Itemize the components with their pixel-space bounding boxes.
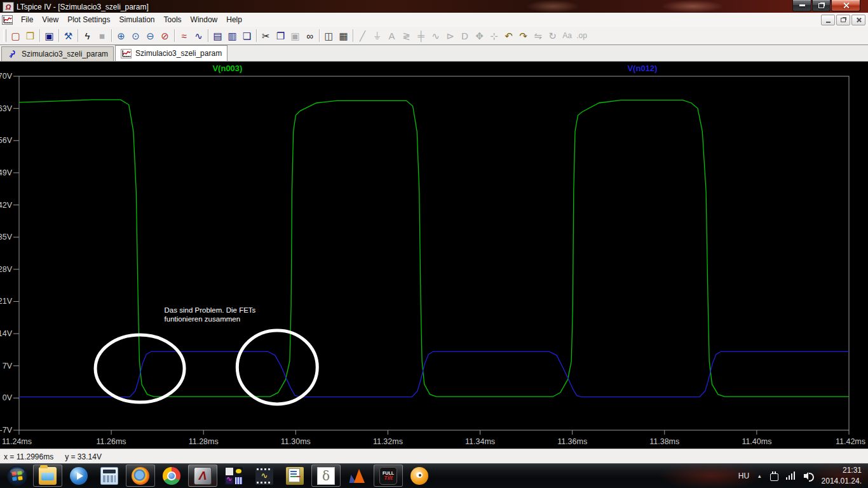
halt-simulation-button[interactable]: ■ [95,29,109,43]
taskbar-item-matlab[interactable] [343,465,371,486]
restore-button[interactable] [812,0,831,11]
waveform-icon [121,49,132,58]
toolbar-grip [3,29,6,42]
mdi-restore-button[interactable] [836,15,850,25]
y-tick-label: 70V [0,72,13,81]
menu-item-simulation[interactable]: Simulation [115,13,159,26]
show-hidden-icons-button[interactable]: ▴ [758,473,761,479]
taskbar-item-windows-explorer[interactable] [33,464,62,487]
mdi-minimize-button[interactable] [821,15,835,25]
clock-date: 2014.01.24. [822,476,862,486]
undo-button[interactable]: ↶ [501,29,516,43]
place-component-button[interactable]: D [458,29,472,43]
plot-settings-button[interactable]: ∿ [191,29,206,43]
network-signal-icon[interactable] [786,471,796,480]
y-tick-label: -7V [0,426,13,435]
place-inductor-button[interactable]: ∿ [428,29,443,43]
tile-vertically-button[interactable]: ▥ [225,29,240,43]
start-button[interactable] [5,464,29,488]
menu-item-window[interactable]: Window [186,13,222,26]
plot-border [19,76,849,430]
menu-item-view[interactable]: View [37,13,63,26]
place-capacitor-button[interactable]: ╪ [414,29,428,43]
menu-item-tools[interactable]: Tools [159,13,186,26]
tile-horizontally-button[interactable]: ▤ [210,29,225,43]
taskbar-item-ltspice[interactable]: Λ [188,464,217,487]
power-plug-icon[interactable] [770,473,778,481]
open-file-button[interactable]: ❒ [23,29,37,43]
tab-label: Szimulacio3_szeli_param [135,49,222,58]
menu-item-file[interactable]: File [17,13,37,26]
taskbar-item-firefox[interactable] [126,464,155,487]
control-panel-button[interactable]: ⚒ [61,29,76,43]
mirror-button[interactable]: ⇋ [531,29,545,43]
taskbar-item-circuit-simulator[interactable]: ∿ [250,465,278,486]
trace-label-vn003[interactable]: V(n003) [212,64,242,73]
tab-waveform[interactable]: Szimulacio3_szeli_param [115,45,227,61]
taskbar-item-full-tilt-poker[interactable]: FULLTilt [374,464,403,487]
taskbar-item-schematic-capture[interactable] [281,465,309,486]
taskbar-item-chrome[interactable] [158,465,186,486]
save-file-button[interactable]: ▣ [42,29,57,43]
language-indicator[interactable]: HU [738,471,749,480]
eda-suite-icon [225,467,243,485]
redo-button[interactable]: ↷ [516,29,531,43]
close-button[interactable] [831,0,860,11]
clock[interactable]: 21:31 2014.01.24. [822,465,862,485]
place-diode-button[interactable]: ⊳ [443,29,458,43]
minimize-button[interactable] [792,0,811,11]
tab-schematic[interactable]: Szimulacio3_szeli_param [1,46,114,61]
firefox-icon [132,467,149,485]
matlab-icon [348,467,366,485]
x-tick-label: 11.38ms [649,437,679,446]
tab-bar: Szimulacio3_szeli_param Szimulacio3_szel… [0,45,868,62]
place-resistor-button[interactable]: ≷ [399,29,414,43]
window-title: LTspice IV - [Szimulacio3_szeli_param] [17,3,149,11]
cut-button[interactable]: ✂ [259,29,273,43]
toolbar-buttons: ▢❒▣⚒ϟ■⊕⊙⊖⊘≈∿▤▥❏✂❐▣∞◫▦╱⏚A≷╪∿⊳D✥⊹↶↷⇋↻Aa.op [8,29,589,43]
find-button[interactable]: ∞ [302,29,317,43]
spice-directive-button[interactable]: .op [574,29,589,43]
taskbar-item-windows-media-player[interactable] [65,465,93,486]
autorange-y-axis-button[interactable]: ≈ [177,29,191,43]
zoom-out-button[interactable]: ⊖ [143,29,158,43]
place-label-button[interactable]: A [384,29,399,43]
waveform-pane[interactable]: 70V63V56V49V42V35V28V21V14V7V0V-7V11.24m… [0,62,868,449]
draw-wire-button[interactable]: ╱ [355,29,370,43]
taskbar-item-gom-player[interactable] [405,465,433,486]
ltspice-logo-icon: Ω [3,2,14,12]
taskbar-item-calculator[interactable] [95,465,123,486]
status-bar: x = 11.2996ms y = 33.14V [0,449,868,464]
place-ground-button[interactable]: ⏚ [370,29,384,43]
cascade-windows-button[interactable]: ❏ [240,29,254,43]
menu-item-plot-settings[interactable]: Plot Settings [63,13,114,26]
zoom-back-button[interactable]: ⊘ [158,29,172,43]
drag-button[interactable]: ⊹ [487,29,501,43]
paste-button[interactable]: ▣ [288,29,302,43]
new-schematic-button[interactable]: ▢ [8,29,23,43]
move-button[interactable]: ✥ [472,29,487,43]
gom-player-icon [410,467,428,485]
rotate-button[interactable]: ↻ [545,29,560,43]
volume-icon[interactable] [804,471,814,480]
run-simulation-button[interactable]: ϟ [80,29,95,43]
x-tick-label: 11.34ms [465,437,495,446]
zoom-full-extents-button[interactable]: ⊙ [128,29,143,43]
menu-item-help[interactable]: Help [222,13,247,26]
y-tick-label: 0V [3,393,13,402]
copy-button[interactable]: ❐ [273,29,288,43]
x-tick-label: 11.24ms [2,437,32,446]
print-button[interactable]: ▦ [336,29,351,43]
menu-bar: FileViewPlot SettingsSimulationToolsWind… [0,13,868,27]
place-text-button[interactable]: Aa [560,29,574,43]
print-preview-button[interactable]: ◫ [322,29,336,43]
zoom-in-button[interactable]: ⊕ [114,29,128,43]
taskbar-item-eda-suite[interactable] [220,465,248,486]
toolbar-separator [78,29,78,42]
trace-label-vn012[interactable]: V(n012) [627,64,657,73]
toolbar-separator [58,29,59,42]
y-tick-label: 56V [0,136,13,145]
mdi-close-button[interactable] [851,15,865,25]
system-tray: HU ▴ 21:31 2014.01.24. [738,465,868,485]
taskbar-item-delta-app[interactable]: δ [311,464,341,487]
